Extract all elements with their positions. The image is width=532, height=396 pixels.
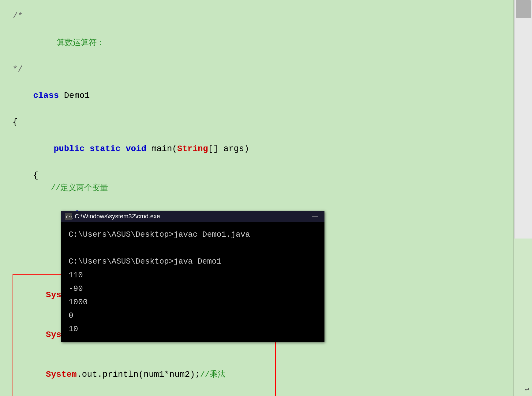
line-method-brace: {: [13, 169, 501, 182]
line-comment-close: */: [13, 63, 501, 76]
resize-arrow: ↵: [525, 385, 529, 393]
cmd-output: C:\Users\ASUS\Desktop>javac Demo1.java C…: [61, 222, 324, 342]
cmd-icon: C:\: [65, 213, 72, 220]
line-brace-open: {: [13, 116, 501, 129]
line-mul: System.out.println(num1*num2);//乘法: [15, 355, 273, 394]
cmd-window: C:\ C:\Windows\system32\cmd.exe — C:\Use…: [61, 211, 324, 342]
cmd-line-3: 110: [69, 268, 317, 282]
cmd-line-7: 10: [69, 322, 317, 336]
line-main: public static void main(String[] args): [13, 129, 501, 169]
line-comment-title: 算数运算符：: [13, 23, 501, 62]
line-div: System.out.println(num1/num2);//除法，结果为商: [15, 394, 273, 396]
minimize-button[interactable]: —: [310, 213, 321, 220]
scrollbar[interactable]: [514, 0, 532, 239]
cmd-line-4: -90: [69, 282, 317, 295]
cmd-titlebar: C:\ C:\Windows\system32\cmd.exe —: [61, 211, 324, 222]
cmd-line-1: C:\Users\ASUS\Desktop>javac Demo1.java: [69, 228, 317, 241]
cmd-line-2: C:\Users\ASUS\Desktop>java Demo1: [69, 255, 317, 268]
line-define-comment: //定义两个变量: [13, 182, 501, 194]
cmd-line-6: 0: [69, 309, 317, 322]
cmd-title: C:\Windows\system32\cmd.exe: [75, 213, 160, 220]
line-class: class Demo1: [13, 76, 501, 116]
line-comment-open: /*: [13, 9, 501, 23]
cmd-line-blank: [69, 241, 317, 255]
scrollbar-thumb[interactable]: [516, 0, 531, 18]
cmd-line-5: 1000: [69, 295, 317, 309]
